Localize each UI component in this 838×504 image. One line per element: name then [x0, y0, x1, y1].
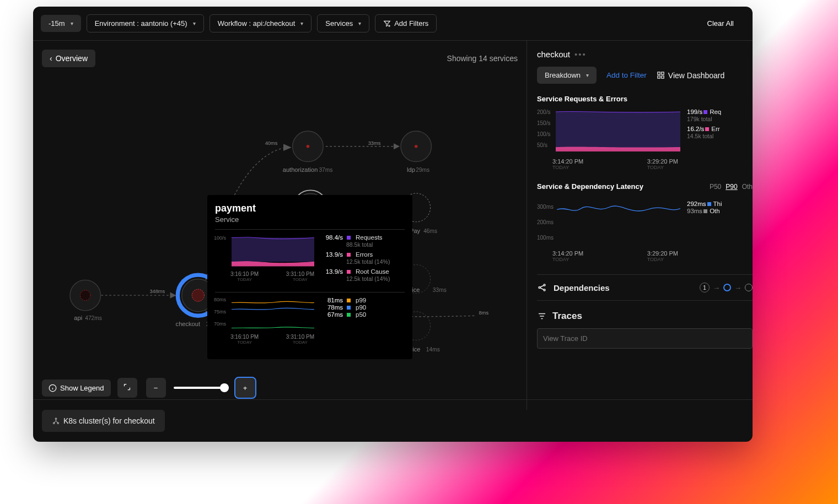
svg-text:200ms: 200ms	[537, 219, 554, 225]
info-icon	[49, 384, 57, 392]
svg-text:300ms: 300ms	[537, 204, 554, 210]
requests-errors-chart: 200/s 150/s 100/s 50/s 3:14:20 PMTODAY	[537, 109, 680, 170]
svg-text:api: api	[74, 315, 82, 321]
top-filter-bar: -15m Environment : aantonio (+45) Workfl…	[33, 7, 753, 41]
svg-point-14	[80, 290, 90, 301]
svg-point-19	[192, 289, 204, 301]
svg-text:200/s: 200/s	[537, 109, 550, 115]
svg-text:46ms: 46ms	[423, 228, 437, 234]
svg-text:348ms: 348ms	[149, 289, 165, 294]
svg-rect-55	[556, 112, 680, 149]
k8s-clusters-button[interactable]: K8s cluster(s) for checkout	[42, 410, 165, 432]
svg-point-60	[544, 284, 545, 286]
svg-text:8ms: 8ms	[479, 310, 489, 316]
svg-rect-50	[662, 76, 664, 78]
overview-back-button[interactable]: ‹ Overview	[42, 50, 95, 67]
svg-marker-0	[170, 292, 176, 299]
svg-text:40ms: 40ms	[265, 140, 278, 146]
service-map-canvas[interactable]: ‹ Overview Showing 14 services 348ms 86m…	[33, 41, 527, 410]
dependencies-section[interactable]: Dependencies 1 → →	[537, 274, 753, 301]
svg-text:33ms: 33ms	[368, 140, 381, 146]
svg-point-23	[307, 145, 310, 148]
requests-errors-title: Service Requests & Errors	[537, 95, 753, 103]
svg-marker-4	[283, 144, 292, 151]
latency-title: Service & Dependency Latency	[537, 182, 643, 191]
zoom-out-button[interactable]: −	[146, 378, 166, 398]
latency-percentile-toggle[interactable]: P50 P90 Oth	[710, 183, 753, 191]
service-side-panel: checkout ••• Breakdown Add to Filter Vie…	[527, 41, 753, 410]
latency-chart: 300ms 200ms 100ms 3:14:20 PMTODAY 3:29:2…	[537, 200, 680, 262]
zoom-slider[interactable]	[174, 387, 229, 389]
deps-count-badge: 1	[700, 283, 710, 292]
tooltip-subtitle: Service	[215, 215, 405, 224]
time-range-select[interactable]: -15m	[41, 15, 81, 32]
chevron-left-icon: ‹	[50, 54, 52, 63]
svg-point-61	[544, 289, 545, 291]
svg-rect-45	[232, 238, 314, 262]
tooltip-latency-chart: 80ms 75ms 70ms	[215, 297, 314, 333]
svg-text:100/s: 100/s	[537, 131, 550, 137]
node-ldp[interactable]: ldp 29ms	[401, 131, 432, 173]
svg-text:authorization: authorization	[283, 166, 318, 173]
node-hover-tooltip: payment Service 100/s	[207, 195, 412, 359]
add-filters-button[interactable]: Add Filters	[375, 14, 437, 32]
share-icon	[537, 283, 547, 292]
service-count-label: Showing 14 services	[447, 54, 518, 63]
more-menu-icon[interactable]: •••	[574, 50, 587, 59]
svg-rect-48	[662, 72, 664, 74]
zoom-in-button[interactable]: +	[235, 378, 255, 398]
show-legend-button[interactable]: Show Legend	[42, 380, 111, 397]
svg-text:33ms: 33ms	[433, 287, 447, 293]
add-to-filter-link[interactable]: Add to Filter	[606, 71, 647, 79]
dashboard-icon	[657, 71, 665, 79]
svg-text:checkout: checkout	[176, 321, 200, 327]
svg-point-59	[539, 287, 540, 289]
traces-icon	[537, 311, 547, 321]
view-dashboard-link[interactable]: View Dashboard	[657, 71, 724, 80]
svg-rect-47	[658, 72, 660, 74]
svg-point-27	[415, 145, 418, 148]
svg-text:100ms: 100ms	[537, 235, 554, 241]
svg-marker-6	[394, 143, 400, 149]
trace-id-input[interactable]	[537, 328, 753, 349]
svg-text:29ms: 29ms	[416, 167, 429, 173]
svg-text:14ms: 14ms	[426, 346, 440, 351]
cluster-icon	[52, 417, 60, 425]
node-authorization[interactable]: authorization 37ms	[283, 131, 333, 173]
svg-text:472ms: 472ms	[85, 315, 102, 321]
environment-filter[interactable]: Environment : aantonio (+45)	[87, 14, 204, 32]
svg-text:50/s: 50/s	[537, 142, 547, 148]
breakdown-select[interactable]: Breakdown	[537, 67, 597, 84]
svg-rect-49	[658, 76, 660, 78]
clear-all-link[interactable]: Clear All	[707, 19, 734, 28]
traces-title: Traces	[552, 311, 582, 322]
services-filter[interactable]: Services	[317, 14, 369, 32]
fullscreen-button[interactable]	[117, 378, 137, 398]
filter-plus-icon	[383, 20, 391, 28]
tooltip-title: payment	[215, 203, 405, 214]
svg-text:150/s: 150/s	[537, 120, 550, 126]
panel-service-title: checkout	[537, 50, 570, 59]
node-api[interactable]: api 472ms	[70, 280, 102, 321]
expand-icon	[123, 383, 131, 391]
svg-text:ldp: ldp	[407, 166, 415, 173]
workflow-filter[interactable]: Workflow : api:/checkout	[210, 14, 312, 32]
svg-point-62	[55, 418, 57, 419]
svg-text:37ms: 37ms	[319, 167, 332, 173]
tooltip-requests-chart: 100/s	[215, 234, 314, 270]
